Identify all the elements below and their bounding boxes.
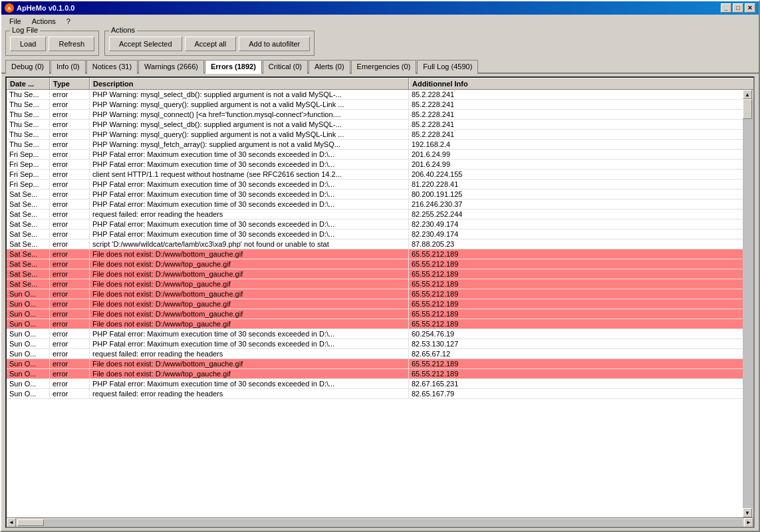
cell-date: Sat Se... <box>7 219 50 229</box>
table-row[interactable]: Sat Se...errorPHP Fatal error: Maximum e… <box>7 190 743 200</box>
window-title: ApHeMo v0.1.0.0 <box>17 4 74 12</box>
table-row[interactable]: Sat Se...errorFile does not exist: D:/ww… <box>7 259 743 269</box>
table-row[interactable]: Sun O...errorFile does not exist: D:/www… <box>7 319 743 329</box>
cell-type: error <box>50 110 90 119</box>
tab-2[interactable]: Notices (31) <box>86 60 138 74</box>
tab-8[interactable]: Full Log (4590) <box>417 60 478 74</box>
tab-4[interactable]: Errors (1892) <box>205 60 262 74</box>
tab-5[interactable]: Critical (0) <box>263 60 308 74</box>
scroll-right-button[interactable]: ► <box>744 518 753 527</box>
cell-date: Sat Se... <box>7 190 50 199</box>
table-row[interactable]: Sat Se...errorrequest failed: error read… <box>7 209 743 219</box>
table-row[interactable]: Thu Se...errorPHP Warning: mysql_connect… <box>7 110 743 120</box>
cell-date: Fri Sep... <box>7 170 50 179</box>
cell-type: error <box>50 120 90 129</box>
table-row[interactable]: Sat Se...errorPHP Fatal error: Maximum e… <box>7 219 743 229</box>
main-window: A ApHeMo v0.1.0.0 _ □ ✕ File Actions ? L… <box>0 0 760 532</box>
col-header-type[interactable]: Type <box>50 78 90 89</box>
table-row[interactable]: Sun O...errorrequest failed: error readi… <box>7 349 743 359</box>
cell-info: 65.55.212.189 <box>409 289 743 299</box>
title-bar-buttons: _ □ ✕ <box>721 3 755 13</box>
table-row[interactable]: Sat Se...errorPHP Fatal error: Maximum e… <box>7 229 743 239</box>
cell-date: Sat Se... <box>7 269 50 279</box>
cell-desc: PHP Fatal error: Maximum execution time … <box>90 229 409 239</box>
accept-all-button[interactable]: Accept all <box>185 37 237 51</box>
table-row[interactable]: Fri Sep...errorPHP Fatal error: Maximum … <box>7 180 743 190</box>
table-body[interactable]: Thu Se...errorPHP Warning: mysql_select_… <box>7 90 743 517</box>
refresh-button[interactable]: Refresh <box>49 37 94 51</box>
table-row[interactable]: Fri Sep...errorPHP Fatal error: Maximum … <box>7 160 743 170</box>
table-row[interactable]: Thu Se...errorPHP Warning: mysql_fetch_a… <box>7 140 743 150</box>
table-row[interactable]: Sat Se...errorFile does not exist: D:/ww… <box>7 279 743 289</box>
menu-help[interactable]: ? <box>61 16 76 27</box>
table-row[interactable]: Sun O...errorPHP Fatal error: Maximum ex… <box>7 339 743 349</box>
accept-selected-button[interactable]: Accept Selected <box>109 37 182 51</box>
cell-type: error <box>50 269 90 279</box>
cell-type: error <box>50 200 90 209</box>
menu-file[interactable]: File <box>4 16 27 27</box>
cell-type: error <box>50 190 90 199</box>
scroll-h-track[interactable] <box>17 519 743 526</box>
table-row[interactable]: Sat Se...errorPHP Fatal error: Maximum e… <box>7 200 743 209</box>
table-row[interactable]: Thu Se...errorPHP Warning: mysql_query()… <box>7 130 743 140</box>
cell-info: 65.55.212.189 <box>409 249 743 259</box>
cell-info: 216.246.230.37 <box>409 200 743 209</box>
cell-date: Sun O... <box>7 309 50 319</box>
scroll-left-button[interactable]: ◄ <box>7 518 16 527</box>
menu-actions[interactable]: Actions <box>27 16 61 27</box>
table-row[interactable]: Sun O...errorFile does not exist: D:/www… <box>7 289 743 299</box>
tab-7[interactable]: Emergencies (0) <box>351 60 417 74</box>
cell-type: error <box>50 339 90 348</box>
tab-3[interactable]: Warnings (2666) <box>138 60 204 74</box>
scroll-h-thumb[interactable] <box>17 519 44 526</box>
cell-info: 82.65.167.79 <box>409 389 743 398</box>
cell-desc: request failed: error reading the header… <box>90 209 409 219</box>
table-row[interactable]: Sat Se...errorFile does not exist: D:/ww… <box>7 269 743 279</box>
scroll-v-thumb[interactable] <box>743 99 752 119</box>
cell-info: 87.88.205.23 <box>409 239 743 249</box>
scroll-down-button[interactable]: ▼ <box>743 508 752 517</box>
table-row[interactable]: Sun O...errorFile does not exist: D:/www… <box>7 309 743 319</box>
scrollbar-horizontal[interactable]: ◄ ► <box>7 517 753 527</box>
tab-1[interactable]: Info (0) <box>51 60 86 74</box>
table-row[interactable]: Thu Se...errorPHP Warning: mysql_select_… <box>7 90 743 100</box>
title-bar: A ApHeMo v0.1.0.0 _ □ ✕ <box>1 1 759 15</box>
cell-info: 206.40.224.155 <box>409 170 743 179</box>
col-header-info[interactable]: Additionnel Info <box>409 78 753 89</box>
table-row[interactable]: Thu Se...errorPHP Warning: mysql_query()… <box>7 100 743 110</box>
table-row[interactable]: Sun O...errorrequest failed: error readi… <box>7 389 743 399</box>
cell-date: Sat Se... <box>7 229 50 239</box>
table-row[interactable]: Sun O...errorPHP Fatal error: Maximum ex… <box>7 329 743 339</box>
table-row[interactable]: Sun O...errorFile does not exist: D:/www… <box>7 369 743 379</box>
table-row[interactable]: Sat Se...errorFile does not exist: D:/ww… <box>7 249 743 259</box>
cell-date: Sun O... <box>7 349 50 358</box>
logfile-group-label: Log File <box>10 26 40 34</box>
cell-desc: PHP Fatal error: Maximum execution time … <box>90 339 409 348</box>
scrollbar-vertical[interactable]: ▲ ▼ <box>743 90 753 517</box>
table-row[interactable]: Fri Sep...errorPHP Fatal error: Maximum … <box>7 150 743 160</box>
cell-info: 81.220.228.41 <box>409 180 743 189</box>
col-header-date[interactable]: Date ... <box>7 78 50 89</box>
table-row[interactable]: Sun O...errorPHP Fatal error: Maximum ex… <box>7 379 743 389</box>
tab-6[interactable]: Alerts (0) <box>309 60 350 74</box>
cell-desc: File does not exist: D:/www/bottom_gauch… <box>90 309 409 319</box>
cell-date: Sun O... <box>7 369 50 378</box>
table-row[interactable]: Sat Se...errorscript 'D:/www/wildcat/car… <box>7 239 743 249</box>
close-button[interactable]: ✕ <box>745 3 755 13</box>
minimize-button[interactable]: _ <box>721 3 731 13</box>
table-row[interactable]: Thu Se...errorPHP Warning: mysql_select_… <box>7 120 743 130</box>
cell-info: 201.6.24.99 <box>409 150 743 159</box>
scroll-up-button[interactable]: ▲ <box>743 90 752 99</box>
tab-0[interactable]: Debug (0) <box>5 60 50 74</box>
table-row[interactable]: Fri Sep...errorclient sent HTTP/1.1 requ… <box>7 170 743 180</box>
cell-desc: script 'D:/www/wildcat/carte/lamb\xc3\xa… <box>90 239 409 249</box>
table-row[interactable]: Sun O...errorFile does not exist: D:/www… <box>7 359 743 369</box>
load-button[interactable]: Load <box>10 37 46 51</box>
cell-date: Sun O... <box>7 329 50 338</box>
scroll-v-track[interactable] <box>743 99 753 508</box>
col-header-desc[interactable]: Description <box>90 78 409 89</box>
table-row[interactable]: Sun O...errorFile does not exist: D:/www… <box>7 299 743 309</box>
maximize-button[interactable]: □ <box>733 3 743 13</box>
add-autofilter-button[interactable]: Add to autofilter <box>239 37 310 51</box>
cell-date: Sat Se... <box>7 239 50 249</box>
